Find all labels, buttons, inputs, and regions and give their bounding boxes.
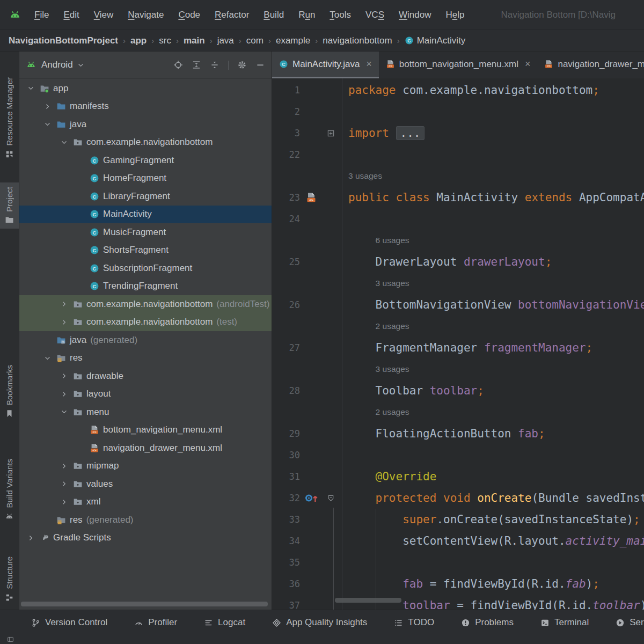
code-line-23[interactable]: 23<>public class MainActivity extends Ap…	[272, 187, 644, 208]
code-line-34[interactable]: 34 setContentView(R.layout.activity_main…	[272, 530, 644, 552]
editor-horizontal-scrollbar[interactable]	[335, 598, 401, 603]
menu-vcs[interactable]: VCS	[365, 10, 384, 20]
chevron-right-icon[interactable]	[60, 480, 73, 488]
code-line-33[interactable]: 33 super.onCreate(savedInstanceState);	[272, 509, 644, 530]
override-icon[interactable]	[304, 493, 319, 503]
code-line-22[interactable]: 22	[272, 144, 644, 165]
code-line-30[interactable]: 30	[272, 444, 644, 466]
code-line-25[interactable]: 25 DrawerLayout drawerLayout;	[272, 251, 644, 273]
stripe-tab-resource-manager[interactable]: Resource Manager	[0, 73, 19, 163]
tree-item-homefragment[interactable]: CHomeFragment	[19, 170, 272, 188]
menu-code[interactable]: Code	[178, 10, 200, 20]
toolwindow-button-logcat[interactable]: Logcat	[204, 617, 245, 628]
tree-item-gradle-scripts[interactable]: Gradle Scripts	[19, 529, 272, 547]
chevron-down-icon[interactable]	[77, 61, 85, 69]
tree-horizontal-scrollbar[interactable]	[21, 602, 268, 606]
code-line-28[interactable]: 28 Toolbar toolbar;	[272, 380, 644, 401]
toolwindow-button-terminal[interactable]: Terminal	[540, 617, 589, 628]
breadcrumb-navigationbottomproject[interactable]: NavigationBottomProject	[9, 35, 118, 46]
code-line-32[interactable]: 32 protected void onCreate(Bundle savedI…	[272, 487, 644, 509]
tree-item-subscriptionfragment[interactable]: CSubscriptionFragment	[19, 259, 272, 277]
breadcrumb-mainactivity[interactable]: CMainActivity	[405, 35, 466, 46]
code-line-26[interactable]: 26 BottomNavigationView bottomNavigation…	[272, 294, 644, 316]
menu-navigate[interactable]: Navigate	[128, 10, 164, 20]
code-line-24[interactable]: 24	[272, 208, 644, 230]
code-line-27[interactable]: 27 FragmentManager fragmentManager;	[272, 337, 644, 358]
toolwindow-button-todo[interactable]: TODO	[394, 617, 434, 628]
close-icon[interactable]: ×	[525, 58, 531, 70]
chevron-right-icon[interactable]	[60, 318, 73, 326]
tree-item-mainactivity[interactable]: CMainActivity	[19, 206, 272, 224]
editor-tab-navigation-drawer-menu-xml[interactable]: <>navigation_drawer_menu.xml	[537, 52, 644, 78]
close-icon[interactable]: ×	[366, 58, 372, 70]
tree-item-java-generated[interactable]: java(generated)	[19, 331, 272, 349]
tree-item-java[interactable]: java	[19, 115, 272, 134]
menu-help[interactable]: Help	[445, 10, 464, 20]
menu-run[interactable]: Run	[298, 10, 315, 20]
collapse-all-icon[interactable]	[192, 60, 201, 70]
breadcrumb-app[interactable]: app	[130, 35, 147, 46]
breadcrumb-navigationbottom[interactable]: navigationbottom	[323, 35, 392, 46]
code-editor[interactable]: 1package com.example.navigationbottom;23…	[272, 78, 644, 610]
code-line-36[interactable]: 36 fab = findViewById(R.id.fab);	[272, 573, 644, 595]
tree-item-libraryfragment[interactable]: CLibraryFragment	[19, 187, 272, 206]
toolwindow-button-app-quality-insights[interactable]: App Quality Insights	[272, 617, 367, 628]
tree-item-values[interactable]: values	[19, 475, 272, 493]
tree-item-layout[interactable]: layout	[19, 385, 272, 404]
editor-tab-mainactivity-java[interactable]: CMainActivity.java×	[272, 52, 379, 78]
chevron-right-icon[interactable]	[60, 372, 73, 380]
toolwindow-button-version-control[interactable]: Version Control	[31, 617, 107, 628]
chevron-down-icon[interactable]	[60, 408, 73, 416]
tree-item-com-example-navigationbottom-test[interactable]: com.example.navigationbottom(test)	[19, 313, 272, 332]
toolwindow-button-profiler[interactable]: Profiler	[134, 617, 177, 628]
code-line-2[interactable]: 2	[272, 101, 644, 122]
tree-item-navigation-drawer-menu-xml[interactable]: <>navigation_drawer_menu.xml	[19, 439, 272, 457]
chevron-right-icon[interactable]	[43, 103, 56, 111]
chevron-right-icon[interactable]	[60, 498, 73, 506]
tree-item-res-generated[interactable]: res(generated)	[19, 511, 272, 529]
breadcrumb-example[interactable]: example	[276, 35, 310, 46]
chevron-right-icon[interactable]	[60, 462, 73, 470]
chevron-right-icon[interactable]	[27, 534, 40, 542]
code-line-35[interactable]: 35	[272, 552, 644, 573]
fold-plus-icon[interactable]	[327, 129, 335, 137]
project-view-selector[interactable]: Android	[41, 60, 73, 70]
menu-refactor[interactable]: Refactor	[215, 10, 249, 20]
tree-item-res[interactable]: res	[19, 349, 272, 368]
tree-item-musicfragment[interactable]: CMusicFragment	[19, 223, 272, 241]
fold-pent-icon[interactable]	[327, 494, 335, 502]
code-line-37[interactable]: 37 toolbar = findViewById(R.id.toolbar);	[272, 595, 644, 610]
hide-icon[interactable]	[255, 60, 265, 70]
code-line-3[interactable]: 3import ...	[272, 122, 644, 144]
window-icon[interactable]	[7, 636, 14, 643]
tree-item-drawable[interactable]: drawable	[19, 367, 272, 385]
folded-imports-region[interactable]: ...	[396, 126, 425, 140]
toolwindow-button-problems[interactable]: Problems	[461, 617, 514, 628]
tree-item-shortsfragment[interactable]: CShortsFragment	[19, 241, 272, 260]
xml-icon[interactable]: <>	[306, 192, 317, 203]
code-line-31[interactable]: 31 @Override	[272, 466, 644, 487]
collapse-icon[interactable]	[210, 60, 219, 70]
tree-item-mipmap[interactable]: mipmap	[19, 457, 272, 475]
tree-item-trendingfragment[interactable]: CTrendingFragment	[19, 277, 272, 296]
tree-item-menu[interactable]: menu	[19, 403, 272, 421]
menu-edit[interactable]: Edit	[63, 10, 79, 20]
menu-window[interactable]: Window	[399, 10, 431, 20]
chevron-down-icon[interactable]	[27, 84, 40, 92]
chevron-down-icon[interactable]	[43, 354, 56, 362]
tree-item-com-example-navigationbottom-androidtest[interactable]: com.example.navigationbottom(androidTest…	[19, 295, 272, 313]
tree-item-xml[interactable]: xml	[19, 493, 272, 511]
menu-view[interactable]: View	[94, 10, 114, 20]
stripe-tab-structure[interactable]: Structure	[0, 552, 19, 606]
chevron-down-icon[interactable]	[60, 138, 73, 147]
chevron-down-icon[interactable]	[43, 120, 56, 128]
code-line-1[interactable]: 1package com.example.navigationbottom;	[272, 79, 644, 101]
tree-item-com-example-navigationbottom[interactable]: com.example.navigationbottom	[19, 134, 272, 152]
breadcrumb-src[interactable]: src	[159, 35, 171, 46]
toolwindow-button-services[interactable]: Services	[616, 617, 644, 628]
breadcrumb-java[interactable]: java	[217, 35, 234, 46]
stripe-tab-project[interactable]: Project	[0, 182, 19, 229]
code-line-29[interactable]: 29 FloatingActionButton fab;	[272, 423, 644, 444]
menu-tools[interactable]: Tools	[330, 10, 351, 20]
tree-item-manifests[interactable]: manifests	[19, 98, 272, 116]
